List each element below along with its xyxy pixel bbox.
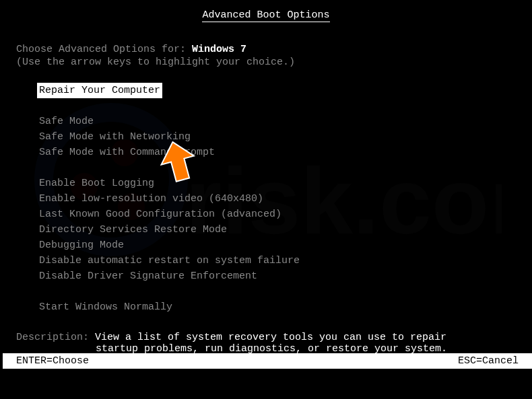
footer-enter: ENTER=Choose [16,355,89,367]
footer-esc: ESC=Cancel [458,355,519,367]
menu-ds-restore[interactable]: Directory Services Restore Mode [39,222,531,238]
menu-safe-mode[interactable]: Safe Mode [39,114,531,129]
footer-bar: ENTER=Choose ESC=Cancel [3,353,532,369]
instruction-text: Choose Advanced Options for: Windows 7 [16,44,531,55]
menu-start-normally[interactable]: Start Windows Normally [39,299,531,315]
menu-low-res-video[interactable]: Enable low-resolution video (640x480) [39,191,531,207]
boot-menu: Repair Your Computer Safe Mode Safe Mode… [16,83,531,315]
menu-last-known-good[interactable]: Last Known Good Configuration (advanced) [39,207,531,222]
menu-repair-computer[interactable]: Repair Your Computer [37,83,162,98]
menu-safe-mode-networking[interactable]: Safe Mode with Networking [39,129,531,145]
menu-disable-driver-sig[interactable]: Disable Driver Signature Enforcement [39,268,531,284]
menu-boot-logging[interactable]: Enable Boot Logging [39,176,531,191]
menu-safe-mode-command[interactable]: Safe Mode with Command Prompt [39,145,531,160]
menu-debugging[interactable]: Debugging Mode [39,238,531,253]
menu-disable-auto-restart[interactable]: Disable automatic restart on system fail… [39,253,531,268]
description-block: Description: View a list of system recov… [1,332,531,355]
instruction-hint: (Use the arrow keys to highlight your ch… [16,57,531,68]
page-title: Advanced Boot Options [1,1,531,25]
